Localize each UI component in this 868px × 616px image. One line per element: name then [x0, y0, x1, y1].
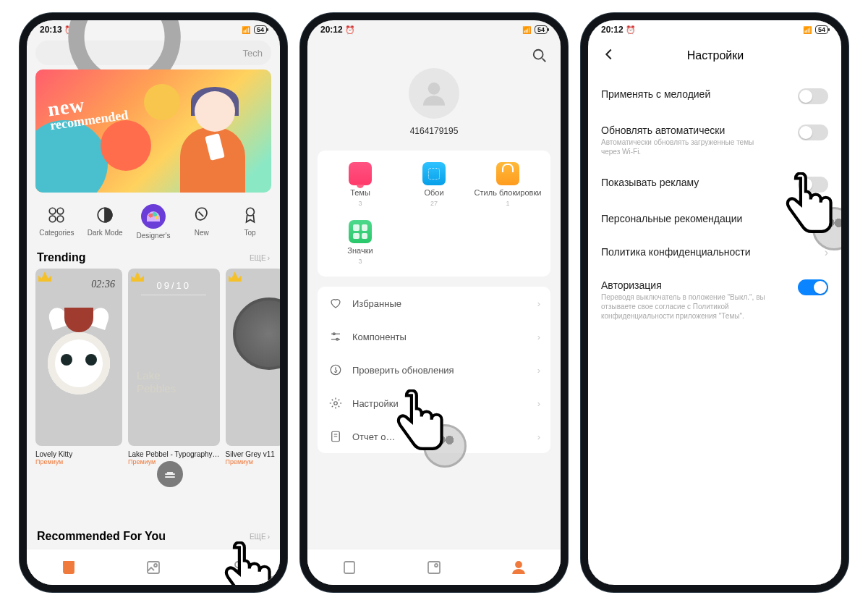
cat-darkmode[interactable]: Dark Mode	[83, 204, 127, 240]
svg-point-16	[428, 83, 441, 95]
recommended-more[interactable]: ЕЩЕ ›	[250, 533, 270, 541]
svg-point-5	[57, 216, 64, 222]
resource-tiles: Темы 3 Обои 27 Стиль блокировки 1 Значки…	[318, 151, 550, 277]
svg-point-13	[235, 562, 241, 568]
phone-1-home: 20:13 ⏰ 📶 54 Tech new recommended Categ	[20, 13, 287, 592]
gear-icon	[329, 397, 342, 410]
alarm-icon: ⏰	[345, 25, 355, 34]
lock-icon	[496, 162, 519, 185]
tile-themes[interactable]: Темы 3	[323, 162, 397, 207]
setting-show-ads[interactable]: Показывать рекламу	[601, 166, 828, 203]
page-title: Настройки	[603, 49, 828, 62]
svg-point-27	[516, 562, 522, 568]
theme-name: Silver Grey v11	[226, 450, 280, 458]
svg-point-8	[246, 208, 254, 216]
cat-label: New	[195, 229, 209, 237]
svg-point-4	[50, 216, 56, 222]
toggle[interactable]	[798, 125, 828, 140]
setting-auto-update[interactable]: Обновлять автоматически Автоматически об…	[601, 114, 828, 166]
bottom-nav	[27, 549, 280, 585]
status-bar: 20:12 ⏰ 📶54	[307, 20, 561, 36]
setting-melody[interactable]: Применять с мелодией	[601, 78, 828, 114]
trending-more[interactable]: ЕЩЕ ›	[250, 254, 270, 262]
cat-label: Top	[244, 229, 256, 237]
status-bar: 20:12 ⏰ 📶54	[588, 20, 841, 36]
nav-profile[interactable]	[510, 559, 527, 576]
toggle[interactable]	[798, 279, 828, 295]
menu-favorites[interactable]: Избранные›	[318, 287, 550, 320]
search-placeholder: Tech	[243, 48, 263, 59]
theme-card[interactable]: 09/10 LakePebbles Lake Pebbel - Typograp…	[128, 269, 220, 465]
svg-point-26	[435, 564, 438, 567]
palette-icon	[141, 204, 166, 229]
svg-rect-10	[64, 562, 74, 565]
theme-tag: Премиум	[35, 458, 122, 465]
cat-label: Categories	[39, 229, 74, 237]
setting-authorization[interactable]: Авторизация Переводя выключатель в полож…	[601, 269, 828, 331]
heart-icon	[329, 297, 342, 310]
toggle[interactable]	[798, 88, 828, 104]
icons-icon	[349, 220, 372, 243]
svg-point-3	[57, 208, 64, 214]
report-icon	[329, 430, 342, 443]
alarm-icon: ⏰	[626, 25, 636, 34]
profile-menu: Избранные› Компоненты› Проверить обновле…	[318, 287, 550, 453]
search-input[interactable]: Tech	[35, 41, 271, 65]
setting-personal-rec[interactable]: Персональные рекомендации ›	[601, 203, 828, 236]
theme-name: Lovely Kitty	[35, 450, 122, 458]
category-row: Categories Dark Mode Designer's New Top	[27, 197, 280, 244]
scroll-up-fab[interactable]	[157, 461, 183, 487]
svg-rect-25	[428, 562, 440, 573]
signal-icon: 📶	[522, 26, 531, 34]
trending-list[interactable]: 02:36 Lovely Kitty Премиум 09/10 LakePeb…	[27, 269, 280, 465]
svg-rect-24	[344, 562, 354, 573]
toggle[interactable]	[798, 177, 828, 193]
theme-card[interactable]: Silver Grey v11 Премиум	[226, 269, 280, 465]
signal-icon: 📶	[242, 26, 250, 34]
chevron-right-icon: ›	[825, 246, 828, 259]
wallpaper-icon	[422, 162, 446, 185]
nav-themes[interactable]	[341, 559, 358, 576]
svg-point-14	[534, 50, 543, 59]
menu-report[interactable]: Отчет о…›	[318, 420, 550, 453]
menu-components[interactable]: Компоненты›	[318, 320, 550, 353]
signal-icon: 📶	[803, 26, 812, 34]
nav-wallpapers[interactable]	[425, 559, 443, 576]
sliders-icon	[329, 330, 342, 343]
recommended-title: Recommended For You	[37, 530, 166, 543]
cat-designers[interactable]: Designer's	[132, 204, 175, 240]
promo-banner[interactable]: new recommended	[35, 69, 271, 193]
cat-new[interactable]: New	[180, 204, 224, 240]
battery-indicator: 54	[815, 25, 828, 34]
cat-label: Dark Mode	[88, 229, 123, 237]
svg-point-2	[50, 208, 56, 214]
bottom-nav	[307, 549, 561, 585]
theme-clock: 02:36	[91, 279, 115, 290]
menu-updates[interactable]: Проверить обновления›	[318, 353, 550, 387]
nav-wallpapers[interactable]	[145, 559, 162, 576]
setting-privacy[interactable]: Политика конфиденциальности ›	[601, 236, 828, 269]
nav-profile[interactable]	[229, 559, 247, 576]
svg-point-22	[334, 402, 338, 405]
update-icon	[329, 363, 342, 376]
crown-icon	[229, 271, 242, 282]
search-button[interactable]	[532, 48, 548, 67]
crown-icon	[131, 271, 144, 282]
tile-lockstyle[interactable]: Стиль блокировки 1	[471, 162, 545, 207]
menu-settings[interactable]: Настройки›	[318, 387, 550, 420]
tile-icons[interactable]: Значки 3	[323, 220, 397, 265]
tile-wallpapers[interactable]: Обои 27	[397, 162, 471, 207]
cat-label: Designer's	[137, 232, 171, 240]
battery-indicator: 54	[254, 25, 267, 34]
svg-point-12	[154, 564, 157, 567]
nav-themes[interactable]	[60, 559, 77, 576]
user-id: 4164179195	[307, 126, 561, 136]
cat-categories[interactable]: Categories	[35, 204, 78, 240]
settings-list: Применять с мелодией Обновлять автоматич…	[588, 75, 841, 334]
cat-top[interactable]: Top	[229, 204, 272, 240]
theme-card[interactable]: 02:36 Lovely Kitty Премиум	[35, 269, 122, 465]
svg-line-7	[198, 212, 203, 217]
avatar[interactable]	[409, 68, 459, 119]
chevron-right-icon: ›	[825, 213, 828, 226]
banner-illustration	[166, 84, 260, 193]
